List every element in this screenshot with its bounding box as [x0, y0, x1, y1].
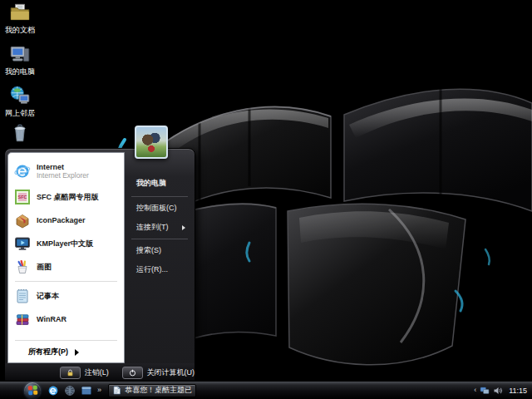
windows-flag-icon	[27, 386, 37, 396]
start-menu-item-kmplayer[interactable]: KMPlayer中文版	[8, 232, 124, 255]
menu-item-label: 搜索(S)	[136, 245, 161, 256]
winrar-icon	[14, 311, 31, 328]
user-avatar[interactable]	[135, 126, 168, 159]
desktop: 我的文档 我的电脑 网上邻居	[0, 0, 532, 399]
start-menu-left-panel: Internet Internet Explorer SFC SFC 桌酷网专用…	[7, 152, 125, 363]
document-icon	[112, 386, 121, 395]
system-tray: ‹ 11:15	[474, 386, 532, 396]
network-places-icon	[9, 85, 31, 106]
quicklaunch-internet-explorer-icon[interactable]	[47, 385, 59, 397]
start-menu: Internet Internet Explorer SFC SFC 桌酷网专用…	[4, 148, 195, 382]
item-title: 记事本	[37, 291, 59, 302]
menu-item-label: 连接到(T)	[136, 222, 169, 233]
iconpackager-icon	[14, 212, 31, 229]
internet-explorer-icon	[14, 163, 31, 180]
menu-item-label: 运行(R)...	[136, 264, 168, 275]
desktop-icon-recycle-bin[interactable]	[2, 122, 38, 144]
quicklaunch-overflow-chevron[interactable]: »	[97, 387, 101, 394]
menu-item-label: 控制面板(C)	[136, 203, 177, 214]
taskbar-clock[interactable]: 11:15	[509, 387, 527, 395]
item-title: IconPackager	[37, 216, 86, 224]
start-menu-item-sfc-zhuoku[interactable]: SFC SFC 桌酷网专用版	[8, 185, 124, 209]
desktop-icon-label: 我的电脑	[5, 66, 35, 77]
item-title: KMPlayer中文版	[37, 239, 93, 249]
kmplayer-icon	[14, 235, 31, 252]
start-menu-item-notepad[interactable]: 记事本	[8, 284, 124, 308]
start-menu-item-paint[interactable]: 画图	[8, 255, 124, 278]
desktop-icon-my-documents[interactable]: 我的文档	[2, 2, 38, 36]
all-programs-label: 所有程序(P)	[28, 347, 68, 357]
power-icon	[129, 369, 136, 377]
separator	[131, 239, 188, 239]
logoff-label[interactable]: 注销(L)	[85, 367, 109, 378]
quicklaunch-window-icon[interactable]	[81, 385, 92, 397]
task-button-label: 恭喜您！桌酷主题已...	[125, 385, 192, 396]
my-documents-icon	[9, 2, 31, 23]
start-menu-item-internet[interactable]: Internet Internet Explorer	[8, 157, 124, 185]
recycle-bin-icon	[9, 122, 31, 144]
tray-collapse-chevron[interactable]: ‹	[474, 387, 476, 394]
svg-text:SFC: SFC	[18, 195, 27, 200]
desktop-icon-label: 网上邻居	[5, 108, 35, 119]
start-menu-footer: 注销(L) 关闭计算机(U)	[5, 363, 195, 382]
chevron-right-icon	[182, 225, 185, 230]
item-title: WinRAR	[37, 315, 66, 323]
start-menu-item-winrar[interactable]: WinRAR	[8, 308, 124, 331]
lock-button[interactable]	[60, 367, 81, 379]
separator	[15, 281, 117, 282]
item-title: Internet	[37, 163, 89, 171]
quick-launch: »	[47, 385, 101, 397]
desktop-icon-network-places[interactable]: 网上邻居	[2, 85, 38, 119]
start-menu-right-panel: 我的电脑 控制面板(C) 连接到(T) 搜索(S) 运行(R)...	[127, 152, 192, 363]
shutdown-label[interactable]: 关闭计算机(U)	[147, 367, 195, 378]
item-title: 画图	[37, 262, 52, 273]
item-title: SFC 桌酷网专用版	[37, 192, 99, 203]
menu-item-connect-to[interactable]: 连接到(T)	[127, 218, 192, 237]
spacer	[8, 331, 124, 337]
taskbar-task-button[interactable]: 恭喜您！桌酷主题已...	[108, 384, 196, 397]
sfc-zhuoku-icon: SFC	[14, 189, 31, 205]
item-subtitle: Internet Explorer	[37, 171, 89, 180]
separator	[131, 196, 188, 197]
menu-item-search[interactable]: 搜索(S)	[127, 241, 192, 260]
desktop-icon-label: 我的文档	[5, 25, 35, 36]
power-button[interactable]	[122, 367, 143, 379]
paint-icon	[14, 259, 31, 275]
volume-icon[interactable]	[493, 386, 503, 396]
menu-item-my-computer[interactable]: 我的电脑	[127, 174, 192, 195]
notepad-icon	[14, 288, 31, 304]
menu-item-control-panel[interactable]: 控制面板(C)	[127, 199, 192, 218]
taskbar: » 恭喜您！桌酷主题已... ‹ 11:15	[0, 381, 532, 399]
lock-icon	[66, 369, 74, 377]
desktop-icon-my-computer[interactable]: 我的电脑	[2, 43, 38, 77]
separator	[15, 340, 117, 341]
my-computer-icon	[9, 43, 31, 65]
chevron-right-icon	[75, 349, 79, 356]
menu-item-label: 我的电脑	[136, 178, 166, 189]
start-menu-item-iconpackager[interactable]: IconPackager	[8, 209, 124, 232]
quicklaunch-globe-icon[interactable]	[64, 385, 76, 397]
start-button[interactable]	[24, 382, 41, 399]
network-icon[interactable]	[480, 386, 490, 396]
all-programs-button[interactable]: 所有程序(P)	[8, 343, 124, 360]
menu-item-run[interactable]: 运行(R)...	[127, 260, 192, 279]
